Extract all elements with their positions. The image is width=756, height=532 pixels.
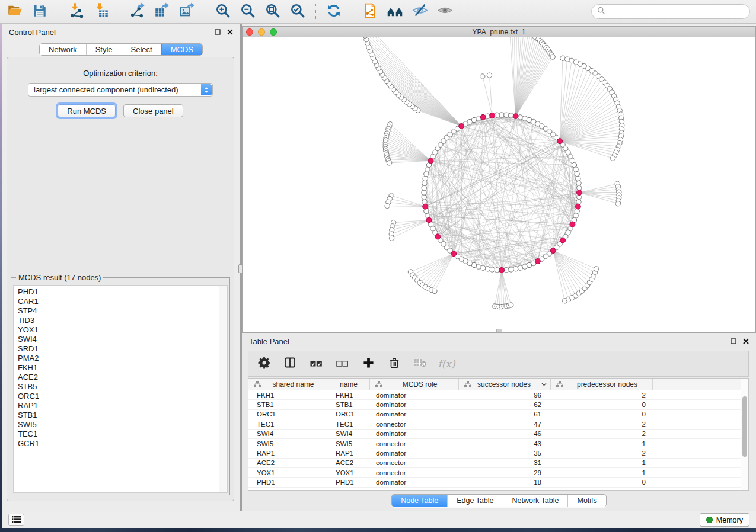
- table-row[interactable]: SWI4SWI4dominator462: [248, 430, 748, 439]
- table-cell: PHD1: [327, 479, 370, 486]
- table-settings-button[interactable]: [257, 357, 271, 371]
- binoculars-button[interactable]: [386, 3, 404, 21]
- tab-mcds[interactable]: MCDS: [161, 44, 202, 55]
- mcds-result-item[interactable]: CAR1: [18, 297, 219, 306]
- table-row[interactable]: RAP1RAP1dominator352: [248, 448, 748, 458]
- import-network-icon: [68, 2, 84, 21]
- tab-motifs[interactable]: Motifs: [567, 495, 605, 507]
- column-header-MCDS-role[interactable]: MCDS role: [370, 379, 459, 390]
- network-canvas[interactable]: [243, 37, 755, 332]
- toolbar-separator: [352, 4, 352, 20]
- table-cell: 62: [459, 401, 551, 408]
- control-panel-header: Control Panel: [2, 24, 240, 40]
- zoom-fit-button[interactable]: [264, 3, 282, 21]
- mcds-result-item[interactable]: PMA2: [18, 354, 219, 363]
- mcds-result-item[interactable]: STB1: [18, 411, 219, 420]
- table-cell: 47: [459, 421, 551, 428]
- open-session-button[interactable]: [6, 3, 24, 21]
- column-header-name[interactable]: name: [327, 379, 370, 390]
- export-image-button[interactable]: [178, 3, 196, 21]
- float-panel-icon[interactable]: [215, 28, 221, 37]
- import-table-button[interactable]: [92, 3, 110, 21]
- run-mcds-button[interactable]: Run MCDS: [58, 104, 116, 117]
- export-image-icon: [179, 2, 195, 21]
- close-panel-button[interactable]: Close panel: [123, 104, 183, 117]
- import-network-button[interactable]: [67, 3, 85, 21]
- table-row[interactable]: TEC1TEC1connector472: [248, 419, 748, 429]
- mcds-result-list[interactable]: PHD1CAR1STP4TID3YOX1SWI4SRD1PMA2FKH1ACE2…: [14, 286, 219, 492]
- column-header-shared-name[interactable]: shared name: [248, 379, 327, 390]
- tab-network-table[interactable]: Network Table: [503, 495, 568, 507]
- network-graph[interactable]: [243, 37, 755, 332]
- tab-network[interactable]: Network: [40, 44, 86, 55]
- tab-node-table[interactable]: Node Table: [392, 495, 447, 507]
- mcds-result-item[interactable]: FKH1: [18, 363, 219, 373]
- mcds-result-item[interactable]: ACE2: [18, 373, 219, 382]
- export-table-button[interactable]: [153, 3, 171, 21]
- mcds-tab-content: Optimization criterion: largest connecte…: [7, 57, 234, 501]
- hide-selected-button[interactable]: [411, 3, 429, 21]
- zoom-in-button[interactable]: [214, 3, 232, 21]
- network-window-titlebar[interactable]: YPA_prune.txt_1: [243, 27, 755, 37]
- add-column-button[interactable]: [361, 357, 375, 371]
- close-panel-icon[interactable]: [743, 337, 749, 346]
- search-input[interactable]: [608, 8, 744, 16]
- table-header-row: shared namenameMCDS rolesuccessor nodesp…: [248, 379, 748, 390]
- desktop-wallpaper-strip: [0, 528, 756, 532]
- mcds-result-item[interactable]: STB5: [18, 382, 219, 392]
- mcds-result-item[interactable]: SRD1: [18, 344, 219, 354]
- table-row[interactable]: YOX1YOX1connector291: [248, 468, 748, 477]
- clone-network-button[interactable]: [361, 3, 379, 21]
- mcds-result-item[interactable]: TEC1: [18, 430, 219, 439]
- table-panel-title: Table Panel: [249, 337, 289, 346]
- table-row[interactable]: ORC1ORC1dominator610: [248, 410, 748, 419]
- tab-edge-table[interactable]: Edge Table: [447, 495, 502, 507]
- list-icon: [12, 515, 21, 525]
- table-row[interactable]: SWI5SWI5connector431: [248, 439, 748, 448]
- memory-button[interactable]: Memory: [700, 513, 749, 527]
- table-cell: 2: [551, 450, 653, 457]
- mcds-result-item[interactable]: SWI4: [18, 335, 219, 344]
- column-header-predecessor-nodes[interactable]: predecessor nodes: [551, 379, 653, 390]
- float-panel-icon[interactable]: [731, 337, 736, 346]
- task-history-button[interactable]: [8, 514, 24, 526]
- mcds-result-item[interactable]: STP4: [18, 306, 219, 316]
- global-search[interactable]: [591, 4, 750, 19]
- fx-icon: f(x): [438, 358, 455, 370]
- list-scrollbar[interactable]: [219, 286, 227, 492]
- optimization-criterion-select[interactable]: largest connected component (undirected): [28, 83, 213, 97]
- canvas-resize-grip[interactable]: [496, 329, 502, 332]
- scrollbar-thumb[interactable]: [742, 396, 747, 457]
- table-row[interactable]: STB1STB1dominator620: [248, 400, 748, 409]
- table-cell: 35: [459, 450, 551, 457]
- zoom-fit-icon: [265, 3, 280, 21]
- mcds-result-item[interactable]: PHD1: [18, 287, 219, 297]
- split-columns-button[interactable]: [283, 357, 297, 371]
- tab-select[interactable]: Select: [122, 44, 161, 55]
- table-cell: connector: [370, 469, 459, 476]
- mcds-result-item[interactable]: GCR1: [18, 439, 219, 448]
- column-header-successor-nodes[interactable]: successor nodes: [459, 379, 551, 390]
- refresh-layout-button[interactable]: [325, 3, 343, 21]
- table-row[interactable]: ACE2ACE2connector311: [248, 459, 748, 468]
- delete-column-button[interactable]: [387, 357, 401, 371]
- mcds-result-item[interactable]: TID3: [18, 316, 219, 325]
- mcds-result-item[interactable]: YOX1: [18, 325, 219, 335]
- close-panel-icon[interactable]: [227, 28, 233, 37]
- deselect-all-checkboxes-button[interactable]: [335, 357, 349, 371]
- mcds-result-item[interactable]: RAP1: [18, 401, 219, 411]
- export-network-button[interactable]: [128, 3, 146, 21]
- table-row[interactable]: PHD1PHD1dominator180: [248, 478, 748, 488]
- document-network-icon: [362, 3, 378, 21]
- mcds-result-item[interactable]: ORC1: [18, 392, 219, 401]
- table-scrollbar[interactable]: [741, 379, 748, 490]
- zoom-out-button[interactable]: [239, 3, 257, 21]
- save-session-button[interactable]: [31, 3, 49, 21]
- zoom-selected-button[interactable]: [289, 3, 307, 21]
- tab-style[interactable]: Style: [86, 44, 122, 55]
- select-all-checkboxes-button[interactable]: [309, 357, 323, 371]
- table-row[interactable]: FKH1FKH1dominator962: [248, 390, 748, 400]
- mcds-result-item[interactable]: SWI5: [18, 420, 219, 430]
- show-all-button[interactable]: [436, 3, 454, 21]
- chevron-down-icon[interactable]: [541, 383, 547, 386]
